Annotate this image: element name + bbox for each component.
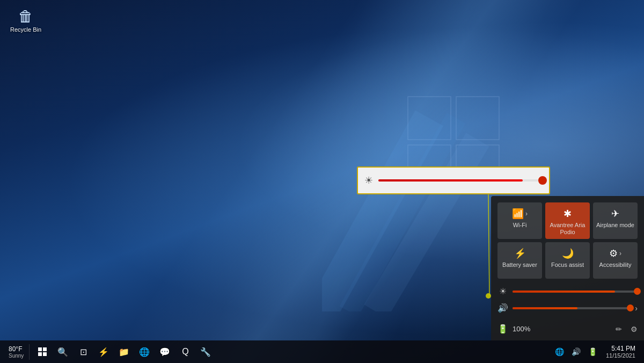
discord-icon: 💬	[159, 347, 170, 357]
volume-expand-icon[interactable]: ›	[635, 304, 638, 313]
svg-rect-9	[38, 347, 42, 351]
recycle-bin-icon[interactable]: 🗑 Recycle Bin	[8, 5, 43, 35]
battery-saver-icon: ⚡	[514, 248, 526, 259]
svg-rect-1	[456, 97, 499, 140]
svg-rect-12	[43, 352, 47, 356]
system-tray: 🌐 🔊 🔋 5:41 PM 11/15/2021	[553, 345, 641, 359]
taskbar: 80°F Sunny 🔍 ⊡ ⚡ 📁	[0, 340, 644, 363]
weather-widget[interactable]: 80°F Sunny	[3, 344, 30, 360]
brightness-icon: ☀	[497, 286, 508, 296]
sliders-section: ☀ 🔊 ›	[497, 284, 638, 322]
tray-time: 5:41 PM	[611, 345, 635, 352]
focus-assist-icons: 🌙	[562, 248, 574, 259]
file-explorer-button[interactable]: 📁	[114, 342, 134, 361]
focus-assist-icon: 🌙	[562, 248, 574, 259]
battery-percentage: 100%	[513, 325, 611, 333]
battery-status-icon: 🔋	[497, 324, 508, 334]
svg-rect-10	[43, 347, 47, 351]
weather-condition: Sunny	[9, 353, 24, 359]
brightness-slider-fill	[513, 291, 615, 293]
bluetooth-icon: ✱	[564, 208, 572, 220]
widgets-icon: ⚡	[98, 347, 109, 357]
wifi-icon: 📶	[512, 208, 524, 220]
accessibility-icons: ⚙ ›	[609, 248, 621, 259]
edge-button[interactable]: 🌐	[135, 342, 154, 361]
accessibility-icon: ⚙	[609, 248, 618, 259]
accessibility-button[interactable]: ⚙ › Accessibility	[593, 242, 638, 279]
battery-saver-button[interactable]: ⚡ Battery saver	[497, 242, 542, 279]
focus-assist-label: Focus assist	[551, 262, 584, 268]
brightness-slider-row: ☀	[497, 286, 638, 296]
tray-volume-icon[interactable]: 🔊	[569, 346, 583, 357]
brightness-sun-icon: ☀	[364, 175, 373, 186]
brightness-fill	[378, 179, 523, 182]
edit-icon[interactable]: ✏	[616, 325, 622, 333]
bluetooth-label: Avantree AriaPodio	[550, 222, 586, 236]
brightness-slider[interactable]	[513, 291, 638, 293]
wifi-arrow-icon: ›	[525, 210, 528, 217]
tray-clock[interactable]: 5:41 PM 11/15/2021	[603, 345, 639, 359]
brightness-slider-thumb	[634, 288, 641, 295]
brightness-popup: ☀	[357, 166, 550, 194]
widgets-button[interactable]: ⚡	[94, 342, 113, 361]
qb-button[interactable]: Q	[175, 342, 195, 361]
quick-actions-grid: 📶 › Wi-Fi ✱ Avantree AriaPodio ✈ Airplan…	[497, 202, 638, 279]
airplane-mode-button[interactable]: ✈ Airplane mode	[593, 202, 638, 239]
airplane-button-icons: ✈	[611, 208, 619, 220]
edge-icon: 🌐	[139, 347, 150, 357]
focus-assist-button[interactable]: 🌙 Focus assist	[545, 242, 590, 279]
wifi-label: Wi-Fi	[513, 222, 527, 229]
airplane-icon: ✈	[611, 208, 619, 220]
volume-icon: 🔊	[497, 303, 508, 313]
airplane-label: Airplane mode	[596, 222, 634, 229]
volume-slider[interactable]	[513, 307, 631, 309]
brightness-thumb	[538, 176, 547, 185]
tray-network-icon[interactable]: 🌐	[553, 346, 566, 357]
folder-icon: 📁	[119, 347, 129, 357]
task-view-icon: ⊡	[80, 347, 87, 357]
weather-temperature: 80°F	[9, 345, 24, 353]
start-icon	[38, 347, 47, 356]
recycle-bin-image: 🗑	[18, 8, 33, 25]
accessibility-arrow-icon: ›	[619, 250, 621, 257]
battery-row: 🔋 100% ✏ ⚙	[497, 324, 638, 334]
settings-icon[interactable]: ⚙	[631, 325, 638, 333]
search-icon: 🔍	[57, 347, 68, 357]
app-button[interactable]: 🔧	[196, 342, 215, 361]
tray-date: 11/15/2021	[606, 352, 635, 359]
wifi-button[interactable]: 📶 › Wi-Fi	[497, 202, 542, 239]
bluetooth-button-icons: ✱	[564, 208, 572, 220]
wifi-button-icons: 📶 ›	[512, 208, 528, 220]
volume-slider-row: 🔊 ›	[497, 303, 638, 313]
brightness-slider-track[interactable]	[378, 179, 543, 182]
app-icon: 🔧	[200, 347, 211, 357]
volume-slider-fill	[513, 307, 577, 309]
task-view-button[interactable]: ⊡	[74, 342, 93, 361]
start-button[interactable]	[33, 342, 52, 361]
search-button[interactable]: 🔍	[53, 342, 72, 361]
battery-saver-label: Battery saver	[502, 262, 537, 268]
svg-rect-11	[38, 352, 42, 356]
discord-button[interactable]: 💬	[155, 342, 174, 361]
battery-saver-icons: ⚡	[514, 248, 526, 259]
accessibility-label: Accessibility	[599, 262, 632, 268]
volume-slider-thumb	[627, 304, 634, 311]
tray-battery-icon[interactable]: 🔋	[586, 346, 599, 357]
recycle-bin-label: Recycle Bin	[10, 26, 41, 33]
action-center-panel: 📶 › Wi-Fi ✱ Avantree AriaPodio ✈ Airplan…	[491, 196, 644, 340]
desktop: 🗑 Recycle Bin ☀ 📶 › Wi-Fi	[0, 0, 644, 363]
qb-icon: Q	[182, 347, 188, 357]
bluetooth-button[interactable]: ✱ Avantree AriaPodio	[545, 202, 590, 239]
